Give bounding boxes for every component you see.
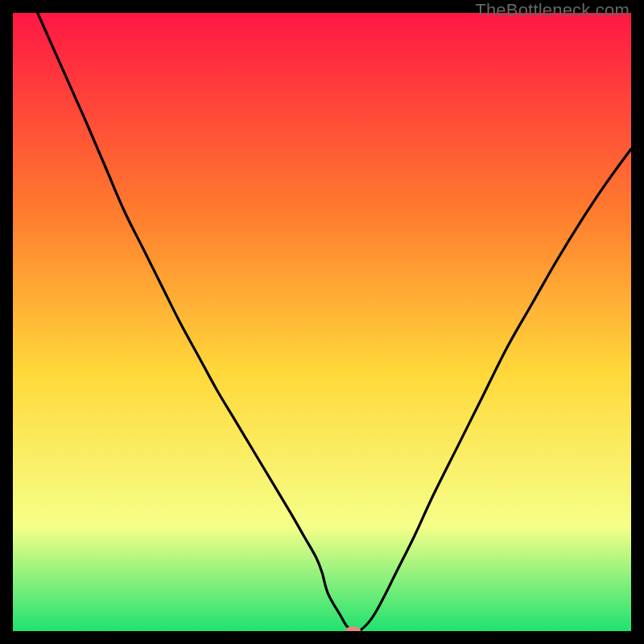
chart-container: { "watermark": "TheBottleneck.com", "cha… <box>0 0 644 644</box>
watermark-label: TheBottleneck.com <box>475 0 630 21</box>
bottleneck-chart-svg <box>13 13 631 631</box>
plot-area <box>13 13 631 631</box>
gradient-background <box>13 13 631 631</box>
